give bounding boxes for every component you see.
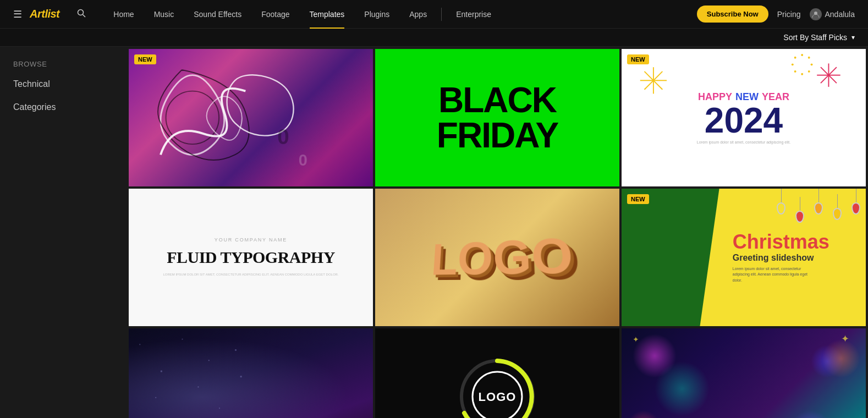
nav-plugins[interactable]: Plugins <box>354 0 399 29</box>
logo[interactable]: Artlist <box>30 8 59 20</box>
svg-text:0: 0 <box>299 151 307 169</box>
pricing-link[interactable]: Pricing <box>777 10 801 19</box>
template-grid: NEW 0 0 BLACK FRIDAY NEW <box>127 47 868 418</box>
sort-by-label: Sort By Staff Picks <box>783 33 847 42</box>
svg-rect-38 <box>219 408 220 409</box>
template-item-6[interactable]: NEW <box>622 189 866 326</box>
chevron-down-icon: ▾ <box>851 34 855 41</box>
svg-point-24 <box>811 63 813 65</box>
nav-sound-effects[interactable]: Sound Effects <box>184 0 251 29</box>
svg-line-9 <box>653 80 662 89</box>
newyear-body: Lorem ipsum dolor sit amet, consectetur … <box>697 140 790 144</box>
fluid-body: LOREM IPSUM DOLOR SIT AMET, CONSECTETUR … <box>163 272 338 278</box>
search-icon[interactable] <box>77 9 86 20</box>
template-item-8[interactable]: LOGO <box>375 328 619 419</box>
template-item-4[interactable]: YOUR COMPANY NAME FLUID TYPOGRAPHY LOREM… <box>129 189 373 326</box>
fluid-company: YOUR COMPANY NAME <box>215 237 287 243</box>
new-badge-1: NEW <box>134 54 156 64</box>
svg-point-22 <box>801 54 803 56</box>
svg-rect-33 <box>208 360 210 361</box>
svg-point-0 <box>78 9 84 15</box>
template-item-7[interactable]: FILM GRIT TRANSITIONS <box>129 328 373 419</box>
template-item-9[interactable]: ✦ ✦ the most amazing pack <box>622 328 866 419</box>
sort-bar: Sort By Staff Picks ▾ <box>0 29 868 47</box>
svg-rect-30 <box>139 344 140 345</box>
svg-text:0: 0 <box>277 125 289 148</box>
nav-footage[interactable]: Footage <box>251 0 299 29</box>
svg-point-28 <box>792 63 794 65</box>
svg-point-26 <box>801 73 803 75</box>
svg-line-19 <box>821 75 828 83</box>
sidebar-item-categories[interactable]: Categories <box>13 100 127 114</box>
new-badge-6: NEW <box>627 194 649 204</box>
svg-rect-39 <box>240 376 242 377</box>
logocircle-svg: LOGO <box>453 353 541 418</box>
svg-line-7 <box>653 72 662 80</box>
svg-rect-37 <box>197 386 199 387</box>
svg-point-25 <box>808 70 810 73</box>
template-item-5[interactable]: LOGO <box>375 189 619 326</box>
sidebar-browse-label: Browse <box>13 60 127 68</box>
subscribe-button[interactable]: Subscribe Now <box>697 6 768 23</box>
svg-point-27 <box>794 70 796 73</box>
sidebar: Browse Technical Categories <box>0 47 127 418</box>
nav-templates[interactable]: Templates <box>300 0 355 29</box>
new-badge-3: NEW <box>627 54 649 64</box>
page-layout: Browse Technical Categories NEW 0 0 <box>0 47 868 418</box>
sort-by-dropdown[interactable]: Sort By Staff Picks ▾ <box>783 33 855 42</box>
svg-point-29 <box>794 57 796 59</box>
svg-line-11 <box>645 80 653 89</box>
logo3d-text: LOGO <box>430 226 575 285</box>
template-item-3[interactable]: NEW <box>622 49 866 186</box>
nav-links: Home Music Sound Effects Footage Templat… <box>103 0 696 29</box>
nav-divider <box>441 8 442 21</box>
svg-line-1 <box>83 14 86 17</box>
nav-apps[interactable]: Apps <box>399 0 437 29</box>
nav-right: Subscribe Now Pricing Andalula <box>697 6 855 23</box>
svg-line-15 <box>828 67 836 75</box>
svg-rect-35 <box>155 397 156 398</box>
svg-rect-32 <box>182 338 183 339</box>
svg-rect-34 <box>235 349 237 351</box>
user-menu[interactable]: Andalula <box>810 8 855 20</box>
christmas-title: Christmas <box>733 231 855 253</box>
user-name: Andalula <box>825 10 855 19</box>
hamburger-icon[interactable]: ☰ <box>13 8 22 20</box>
template-item-2[interactable]: BLACK FRIDAY <box>375 49 619 186</box>
newyear-2024: 2024 <box>705 103 783 138</box>
nav-music[interactable]: Music <box>144 0 184 29</box>
fluid-main: FLUID TYPOGRAPHY <box>167 248 335 267</box>
svg-line-13 <box>645 72 653 80</box>
svg-point-23 <box>808 57 810 59</box>
christmas-sub: Greeting slideshow <box>733 253 855 263</box>
svg-rect-31 <box>161 370 162 372</box>
top-nav: ☰ Artlist Home Music Sound Effects Foota… <box>0 0 868 29</box>
blackfriday-text: BLACK FRIDAY <box>375 82 619 153</box>
user-avatar-icon <box>810 8 822 20</box>
christmas-bulbs <box>777 189 860 223</box>
svg-line-17 <box>828 75 836 83</box>
template-item-1[interactable]: NEW 0 0 <box>129 49 373 186</box>
nav-home[interactable]: Home <box>103 0 144 29</box>
sidebar-item-technical[interactable]: Technical <box>13 77 127 91</box>
svg-text:LOGO: LOGO <box>479 390 517 404</box>
svg-line-21 <box>821 67 828 75</box>
christmas-body: Lorem ipsum dolor sit amet, consectetur … <box>733 266 812 284</box>
nav-enterprise[interactable]: Enterprise <box>446 0 501 29</box>
